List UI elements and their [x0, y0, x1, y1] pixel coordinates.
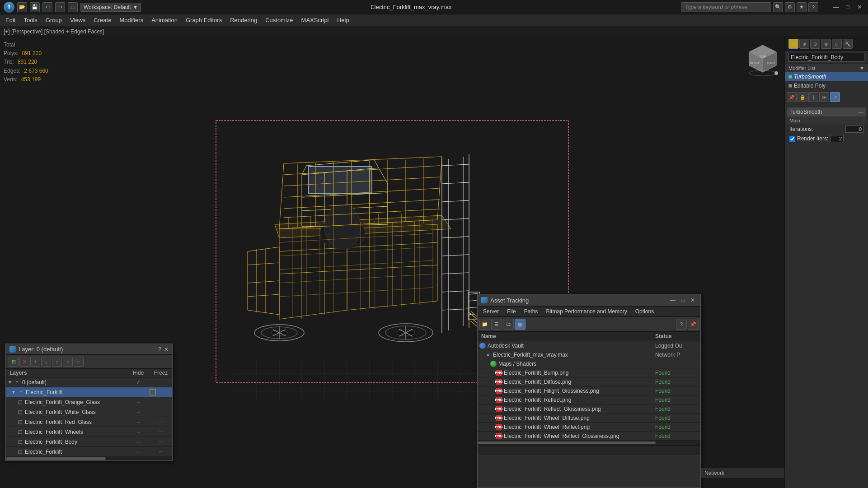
layers-scrollbar[interactable] [6, 457, 172, 460]
layer-row-body[interactable]: ◫ Electric_Forklift_Body ··· ··· [6, 437, 172, 447]
asset-toolbar-path-button[interactable]: 🗂 [503, 319, 514, 330]
asset-toolbar-pin-button[interactable]: 📌 [688, 319, 699, 330]
max-file-icon: ■ [485, 352, 491, 358]
layers-close-button[interactable]: ✕ [164, 346, 169, 353]
asset-menu-file[interactable]: File [503, 307, 519, 316]
menu-views[interactable]: Views [66, 15, 89, 25]
asset-menu-options[interactable]: Options [632, 307, 657, 316]
maximize-button[interactable]: □ [843, 2, 853, 12]
layer-row-default[interactable]: ▼ ≡ 0 (default) ✓ [6, 377, 172, 387]
menu-rendering[interactable]: Rendering [226, 15, 261, 25]
menu-modifiers[interactable]: Modifiers [116, 15, 147, 25]
asset-minimize-button[interactable]: — [669, 296, 677, 304]
ts-render-iters-input[interactable] [830, 135, 844, 142]
star-button[interactable]: ★ [797, 2, 807, 12]
viewport[interactable]: Total Polys: 891 220 Tris: 891 220 Edges… [0, 37, 784, 488]
layers-toolbar-move-down-button[interactable]: ↓ [41, 357, 51, 367]
new-scene-button[interactable]: □ [68, 2, 78, 12]
close-button[interactable]: ✕ [854, 2, 864, 12]
layers-toolbar-add-button[interactable]: + [30, 357, 40, 367]
layer-row-red-glass[interactable]: ◫ Electric_Forklift_Red_Glass ··· ··· [6, 417, 172, 427]
modifier-list-arrow[interactable]: ▼ [859, 65, 864, 71]
settings-button[interactable]: ⚙ [785, 2, 795, 12]
asset-maximize-button[interactable]: □ [679, 296, 687, 304]
layer-row-wheels[interactable]: ◫ Electric_Forklift_Wheels ··· ··· [6, 427, 172, 437]
asset-row-bump[interactable]: PNG Electric_Forklift_Bump.png Found [478, 368, 700, 377]
layer-row-orange-glass[interactable]: ◫ Electric_Forklift_Orange_Glass ··· ··· [6, 397, 172, 407]
asset-toolbar-table-button[interactable]: ▦ [515, 319, 525, 330]
layer-row-white-glass[interactable]: ◫ Electric_Forklift_White_Glass ··· ··· [6, 407, 172, 417]
layers-help-button[interactable]: ? [158, 346, 161, 353]
menu-edit[interactable]: Edit [2, 15, 19, 25]
panel-tab-create[interactable]: ✦ [788, 39, 798, 49]
pin-modifier-button[interactable]: 📌 [787, 92, 797, 102]
asset-row-diffuse[interactable]: PNG Electric_Forklift_Diffuse.png Found [478, 377, 700, 386]
asset-menu-server[interactable]: Server [479, 307, 502, 316]
redo-button[interactable]: ↪ [55, 2, 65, 12]
search-box[interactable]: Type a keyword or phrase [681, 2, 771, 12]
modifier-item-editable-poly[interactable]: Editable Poly [785, 81, 868, 90]
show-end-button[interactable]: | [808, 92, 818, 102]
ts-iterations-input[interactable] [845, 125, 863, 133]
help-button[interactable]: ? [808, 2, 818, 12]
asset-toolbar-help-button[interactable]: ? [676, 319, 687, 330]
asset-row-max-file[interactable]: ■ Electric_Forklift_max_vray.max Network… [478, 350, 700, 359]
open-file-button[interactable]: 📂 [17, 2, 27, 12]
expand-arrow[interactable]: ▼ [8, 380, 12, 385]
ts-collapse-arrow[interactable]: — [858, 109, 863, 115]
menu-tools[interactable]: Tools [20, 15, 41, 25]
layer-hide-default[interactable]: ✓ [127, 379, 150, 386]
asset-toolbar-folder-button[interactable]: 📁 [479, 319, 490, 330]
layers-toolbar-grid-button[interactable]: ⊞ [9, 357, 19, 367]
panel-tab-modify[interactable]: ⊕ [799, 39, 809, 49]
modifier-item-turbosmooth[interactable]: TurboSmooth [785, 72, 868, 81]
menu-create[interactable]: Create [90, 15, 115, 25]
asset-label-wheel-diffuse: Electric_Forklift_Wheel_Diffuse.png [504, 415, 590, 421]
layer-row-electric-forklift[interactable]: ▼ ≡ Electric_Forklift [6, 387, 172, 397]
layers-toolbar-link-button[interactable]: → [63, 357, 73, 367]
panel-tab-motion[interactable]: ⊗ [821, 39, 831, 49]
asset-row-wheel-reflect-gloss[interactable]: PNG Electric_Forklift_Wheel_Reflect_Glos… [478, 432, 700, 441]
asset-menu-bitmap[interactable]: Bitmap Performance and Memory [542, 307, 630, 316]
asset-menu-paths[interactable]: Paths [521, 307, 542, 316]
make-unique-button[interactable]: ↗ [830, 92, 840, 102]
panel-tab-hierarchy[interactable]: ⊙ [810, 39, 820, 49]
asset-row-reflect[interactable]: PNG Electric_Forklift_Reflect.png Found [478, 395, 700, 404]
asset-menu-bar: Server File Paths Bitmap Performance and… [478, 307, 700, 317]
ts-render-iters-checkbox[interactable] [789, 136, 795, 142]
asset-row-vault[interactable]: Autodesk Vault Logged Ou [478, 341, 700, 350]
asset-row-reflect-gloss[interactable]: PNG Electric_Forklift_Reflect_Glossiness… [478, 404, 700, 414]
navigation-cube[interactable]: TOP RIGHT FRONT [745, 41, 781, 77]
expand-arrow-ef[interactable]: ▼ [11, 390, 16, 395]
asset-row-maps[interactable]: Maps / Shaders [478, 359, 700, 368]
menu-customize[interactable]: Customize [262, 15, 296, 25]
layer-name-body: ◫ Electric_Forklift_Body [6, 439, 127, 445]
modifier-name-input[interactable] [788, 53, 864, 62]
save-file-button[interactable]: 💾 [30, 2, 40, 12]
menu-group[interactable]: Group [42, 15, 66, 25]
panel-tab-display[interactable]: □ [832, 39, 842, 49]
layers-toolbar-unlink-button[interactable]: ← [74, 357, 84, 367]
asset-row-wheel-reflect[interactable]: PNG Electric_Forklift_Wheel_Reflect.png … [478, 423, 700, 432]
workspace-selector[interactable]: Workspace: Default ▼ [80, 3, 141, 12]
show-before-button[interactable]: ≫ [819, 92, 829, 102]
menu-help[interactable]: Help [333, 15, 353, 25]
menu-animation[interactable]: Animation [148, 15, 181, 25]
menu-graph-editors[interactable]: Graph Editors [182, 15, 225, 25]
layers-toolbar-delete-button[interactable]: ✕ [19, 357, 29, 367]
asset-scrollbar[interactable] [478, 441, 700, 445]
layers-toolbar-move-up-button[interactable]: ↑ [52, 357, 62, 367]
workspace-dropdown-arrow: ▼ [133, 4, 138, 10]
asset-row-hilight[interactable]: PNG Electric_Forklift_Hilight_Glossiness… [478, 386, 700, 395]
panel-tab-utilities[interactable]: 🔧 [843, 39, 853, 49]
asset-close-button[interactable]: ✕ [689, 296, 697, 304]
asset-toolbar-list-button[interactable]: ☰ [491, 319, 502, 330]
lock-button[interactable]: 🔒 [798, 92, 807, 102]
ts-render-iters-label: Render Iters: [797, 135, 828, 142]
search-icon-button[interactable]: 🔍 [773, 2, 783, 12]
undo-button[interactable]: ↩ [42, 2, 52, 12]
asset-row-wheel-diffuse[interactable]: PNG Electric_Forklift_Wheel_Diffuse.png … [478, 414, 700, 423]
layer-row-ef2[interactable]: ◫ Electric_Forklift ··· ··· [6, 447, 172, 457]
menu-maxscript[interactable]: MAXScript [298, 15, 333, 25]
minimize-button[interactable]: — [831, 2, 841, 12]
